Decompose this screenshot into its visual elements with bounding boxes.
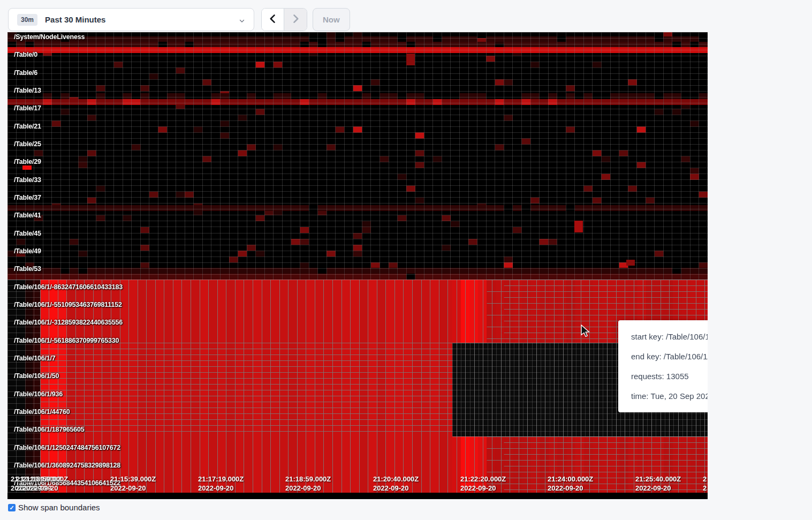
chevron-right-icon — [290, 13, 301, 26]
now-button[interactable]: Now — [313, 8, 350, 31]
previous-time-button[interactable] — [262, 9, 284, 31]
time-range-badge: 30m — [17, 14, 37, 26]
next-time-button[interactable] — [284, 9, 307, 31]
footer: ✓ Show span boundaries — [8, 503, 100, 512]
tooltip-line: requests: 13055 — [631, 366, 708, 386]
key-visualizer-heatmap: /System/NodeLiveness/Table/0/Table/6/Tab… — [7, 32, 708, 499]
show-span-boundaries-label: Show span boundaries — [18, 503, 100, 512]
show-span-boundaries-checkbox[interactable]: ✓ — [8, 504, 16, 511]
chevron-down-icon — [239, 17, 245, 23]
time-range-dropdown[interactable]: 30m Past 30 Minutes — [8, 8, 254, 31]
time-range-label: Past 30 Minutes — [45, 15, 239, 24]
chevron-left-icon — [268, 13, 278, 26]
tooltip-line: time: Tue, 20 Sep 2022 21:24:40 GMT — [631, 386, 708, 406]
tooltip: start key: /Table/106/1/-247433150824388… — [618, 320, 708, 412]
tooltip-line: start key: /Table/106/1/-247433150824388… — [631, 327, 708, 346]
tooltip-line: end key: /Table/106/1/-18683814745282642… — [631, 346, 708, 366]
time-nav-group — [261, 8, 307, 31]
heatmap-canvas[interactable] — [7, 32, 708, 499]
